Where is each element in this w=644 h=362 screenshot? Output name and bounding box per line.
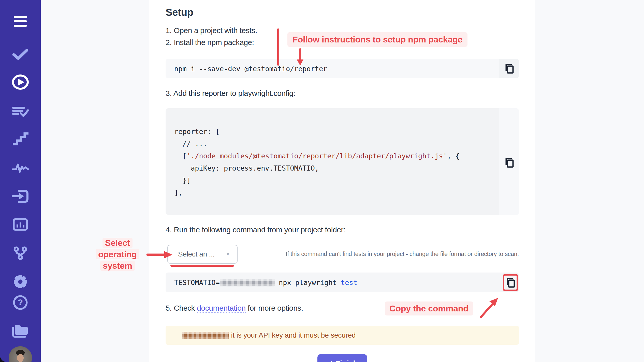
- help-icon: ?: [12, 294, 28, 311]
- sidebar-item-help[interactable]: ?: [0, 294, 41, 311]
- sidebar-item-reports[interactable]: [0, 216, 41, 233]
- sidebar-item-tests[interactable]: [0, 46, 41, 62]
- annotation-vertical-line: [277, 28, 279, 66]
- run-command-prefix: TESTOMATIO=: [174, 279, 220, 286]
- avatar-photo: [9, 346, 32, 362]
- scan-hint: If this command can't find tests in your…: [245, 251, 519, 258]
- svg-text:?: ?: [18, 297, 23, 307]
- test-list-icon: [12, 103, 29, 119]
- step-5-prefix: 5. Check: [166, 304, 197, 312]
- redacted-api-key: [182, 332, 229, 339]
- install-command: npm i --save-dev @testomatio/reporter: [174, 65, 327, 72]
- menu-icon: [12, 13, 28, 29]
- annotation-os-line: Select: [103, 238, 133, 248]
- copy-install-command-button[interactable]: [504, 63, 515, 74]
- api-key-warning: it is your API key and it must be secure…: [166, 326, 519, 345]
- play-circle-icon: [11, 73, 30, 91]
- sidebar-item-import[interactable]: [0, 188, 41, 204]
- os-select-value: Select an ...: [178, 250, 215, 258]
- finish-button[interactable]: ✓ Finish: [317, 354, 367, 362]
- copy-config-button[interactable]: [504, 157, 515, 169]
- code-line: }]: [174, 174, 460, 187]
- pulse-icon: [12, 160, 29, 176]
- sidebar-item-test-plans[interactable]: [0, 103, 41, 119]
- playwright-config-block: reporter: [ // ... ['./node_modules/@tes…: [166, 108, 519, 215]
- sidebar: ?: [0, 0, 41, 362]
- step-4: 4. Run the following command from your p…: [166, 225, 345, 234]
- annotation-npm-note: Follow instructions to setup npm package: [287, 32, 467, 47]
- sidebar-item-projects[interactable]: [0, 321, 41, 339]
- signin-icon: [12, 188, 29, 204]
- copy-icon: [505, 277, 516, 289]
- menu-button[interactable]: [0, 13, 41, 29]
- warning-text: it is your API key and it must be secure…: [229, 331, 356, 339]
- check-icon: [12, 46, 28, 62]
- sidebar-item-pulse[interactable]: [0, 160, 41, 176]
- os-select-dropdown[interactable]: Select an ... ▼: [167, 245, 238, 264]
- code-line: apiKey: process.env.TESTOMATIO,: [174, 162, 460, 174]
- code-line: reporter: [: [174, 126, 460, 138]
- run-command-block: TESTOMATIO= npx playwright test: [166, 273, 519, 292]
- step-5-suffix: for more options.: [246, 304, 303, 312]
- code-line: ['./node_modules/@testomatio/reporter/li…: [174, 150, 460, 162]
- sidebar-item-branches[interactable]: [0, 244, 41, 262]
- report-chart-icon: [12, 216, 29, 233]
- step-5: 5. Check documentation for more options.: [166, 304, 303, 312]
- annotation-copy-note: Copy the command: [385, 301, 473, 315]
- settings-gear-icon: [12, 273, 29, 290]
- code-line: ],: [174, 187, 460, 199]
- run-command-middle: npx playwright: [275, 279, 341, 286]
- annotation-underline: [170, 265, 234, 267]
- code-line: // ...: [174, 138, 460, 150]
- copy-run-command-button[interactable]: [503, 274, 518, 291]
- annotation-os-line: system: [100, 261, 135, 271]
- sidebar-item-runs[interactable]: [0, 73, 41, 91]
- projects-folder-icon: [11, 321, 30, 339]
- page-title: Setup: [166, 7, 193, 18]
- run-command-highlight: test: [341, 279, 357, 286]
- documentation-link[interactable]: documentation: [197, 304, 246, 313]
- step-2: 2. Install the npm package:: [166, 38, 254, 47]
- run-command: TESTOMATIO= npx playwright test: [174, 279, 357, 286]
- copy-icon: [504, 63, 515, 74]
- warning-text-row: it is your API key and it must be secure…: [182, 331, 356, 339]
- setup-page: ? Setup 1. Open a project with tests. 2.…: [0, 0, 644, 362]
- git-branch-icon: [11, 244, 30, 262]
- step-1: 1. Open a project with tests.: [166, 26, 257, 35]
- sidebar-item-settings[interactable]: [0, 273, 41, 290]
- user-avatar[interactable]: [0, 346, 41, 362]
- copy-panel: [499, 108, 519, 215]
- copy-panel: [499, 59, 519, 78]
- chevron-down-icon: ▼: [225, 251, 230, 257]
- step-3: 3. Add this reporter to playwright.confi…: [166, 89, 295, 98]
- redacted-api-key: [220, 279, 275, 286]
- steps-icon: [12, 131, 29, 148]
- copy-icon: [504, 157, 515, 169]
- annotation-os-line: operating: [96, 249, 139, 259]
- playwright-config-code: reporter: [ // ... ['./node_modules/@tes…: [174, 126, 460, 199]
- annotation-os-note: Select operating system: [92, 237, 143, 272]
- install-command-block: npm i --save-dev @testomatio/reporter: [166, 59, 519, 78]
- setup-panel: Setup 1. Open a project with tests. 2. I…: [149, 0, 535, 362]
- sidebar-item-milestones[interactable]: [0, 131, 41, 148]
